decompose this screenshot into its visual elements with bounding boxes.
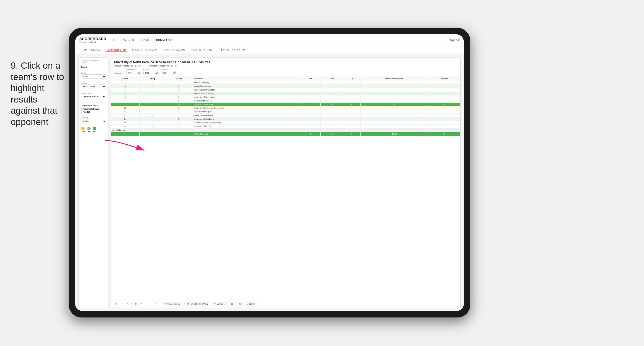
cell-diff <box>360 125 428 128</box>
back-button[interactable]: ↶ <box>126 302 129 306</box>
cell-win <box>301 95 320 99</box>
cell-reg: - <box>140 110 165 114</box>
cell-opponent: Vanderbilt University <box>193 84 301 88</box>
nav-tournaments[interactable]: TOURNAMENTS <box>113 37 134 43</box>
table-row[interactable]: 15-4Georgia Institute of Technology <box>111 121 460 125</box>
legend-down: Down <box>81 127 85 133</box>
paste-button[interactable]: ⊟ <box>140 302 143 306</box>
cell-conf: 5 <box>165 103 193 106</box>
grid-button[interactable]: ⊞ <box>237 302 243 306</box>
top-100-label: Top 100 <box>83 111 90 113</box>
last-updated: Last Updated: 27/03/2024 16:55:38 <box>81 60 106 64</box>
more-button[interactable]: ··· <box>146 302 149 306</box>
cell-reg: - <box>140 106 165 110</box>
cell-diff <box>360 92 428 95</box>
conference-select[interactable]: (All) <box>126 71 141 75</box>
opponents-played-option[interactable]: Opponents Played <box>81 108 106 110</box>
cell-reg: - <box>140 95 165 99</box>
table-row[interactable]: --3University of Arizona <box>111 99 460 103</box>
opponent-select[interactable]: (All) <box>160 71 176 75</box>
sign-out-link[interactable]: Sign out <box>450 39 460 42</box>
cell-win <box>301 84 320 88</box>
nav-committee[interactable]: COMMITTEE <box>156 37 173 43</box>
watch-button[interactable]: 👁 Watch ▾ <box>212 302 227 306</box>
copy-button[interactable]: ⊞ <box>134 302 138 306</box>
opponent-view-label: Opponent View <box>81 104 106 107</box>
region-select[interactable]: (All) <box>144 71 158 75</box>
sub-nav-player-summary[interactable]: PLAYER SUMMARY <box>162 48 186 52</box>
cell-diff: 2.61 <box>360 103 428 106</box>
redo-button[interactable]: ↪ <box>120 302 124 306</box>
top-100-radio[interactable] <box>81 111 82 113</box>
legend-up-label: Up <box>93 131 95 133</box>
cell-tie <box>343 81 360 84</box>
cell-rank: 12 <box>111 110 140 114</box>
cell-loss: 0 <box>320 103 343 106</box>
table-row[interactable]: 14-2University of Oklahoma <box>111 117 460 121</box>
cell-tie <box>343 92 360 95</box>
cell-rounds <box>428 81 460 84</box>
gender-select[interactable]: Men's <box>81 74 106 79</box>
cell-conf: 3 <box>165 110 193 114</box>
sub-nav-team-summary[interactable]: TEAM SUMMARY <box>80 48 101 52</box>
table-row[interactable]: 3-2Vanderbilt University <box>111 84 460 88</box>
division-select[interactable]: NCAA Division I <box>81 84 106 89</box>
cell-loss <box>320 84 343 88</box>
ood-win: 1 <box>301 132 320 136</box>
view-label: View: Original <box>167 303 180 305</box>
conference-filter: Conference (All) <box>126 69 141 75</box>
cell-tie <box>343 95 360 99</box>
cell-rank: 16 <box>111 125 140 128</box>
instruction-body: Click on a team's row to highlight resul… <box>11 60 64 127</box>
cell-win <box>301 106 320 110</box>
share-button[interactable]: ↗ Share <box>245 302 257 306</box>
left-panel: Last Updated: 27/03/2024 16:55:38 Team G… <box>78 57 108 308</box>
ood-rounds: 3 <box>428 132 460 136</box>
table-row[interactable]: 12-3University of Virginia <box>111 110 460 114</box>
save-custom-view-button[interactable]: 💾 Save Custom View <box>184 302 210 306</box>
cell-conf: 1 <box>165 114 193 117</box>
school-select[interactable]: University of Nort... <box>81 95 106 99</box>
cell-tie: 0 <box>343 103 360 106</box>
legend-level-dot <box>87 127 90 130</box>
table-row[interactable]: --5University of Alabama3002.618 <box>111 103 460 106</box>
clock-button[interactable]: ⏱ <box>154 302 158 306</box>
cell-rounds <box>428 121 460 125</box>
nav-teams[interactable]: TEAMS <box>140 37 150 43</box>
cell-loss <box>320 99 343 103</box>
right-panel: University of North Carolina Head-to-Hea… <box>110 57 460 308</box>
h2h-grid-table: # Rank # Reg # Conf Opponent Win Loss Ti… <box>111 77 460 136</box>
undo-button[interactable]: ↩ <box>114 302 118 306</box>
sub-nav-player-h2h-heatmap[interactable]: PLAYER H2H HEATMAP <box>218 48 248 52</box>
opponents-played-radio[interactable] <box>81 108 82 110</box>
table-row[interactable]: 11-6University of Arkansas, Fayetteville <box>111 106 460 110</box>
table-row[interactable]: 4-1Arizona State University <box>111 88 460 92</box>
cell-opponent: Texas Tech University <box>193 114 301 117</box>
cell-diff <box>360 110 428 114</box>
cell-tie <box>343 125 360 128</box>
cell-opponent: Auburn University <box>193 81 301 84</box>
sub-nav-team-h2h-heatmap[interactable]: TEAM H2H HEATMAP <box>131 48 158 52</box>
cell-reg: - <box>140 121 165 125</box>
colour-by-select[interactable]: Win/loss <box>81 119 106 123</box>
opponent-filter: Opponent (All) <box>160 69 176 75</box>
table-row[interactable]: 6-2Florida State University <box>111 92 460 95</box>
cell-tie <box>343 121 360 125</box>
table-row[interactable]: 13-1Texas Tech University <box>111 114 460 117</box>
screen-button[interactable]: 🖥 <box>229 302 235 306</box>
ood-diff: 26.00 <box>360 132 428 136</box>
last-updated-label: Last Updated: 27/03/2024 <box>81 60 106 62</box>
view-original-button[interactable]: 👁 View: Original <box>162 302 182 306</box>
logo-scoreboard: SCOREBOARD <box>80 37 106 41</box>
opponents-played-label: Opponents Played <box>83 108 99 110</box>
table-row[interactable]: 2-1Auburn University <box>111 81 460 84</box>
top-100-option[interactable]: Top 100 <box>81 111 106 113</box>
out-of-division-row[interactable]: NCAA Division II10026.003 <box>111 132 460 136</box>
table-row[interactable]: 16-3University of Florida <box>111 125 460 128</box>
filter-row: Opponents: Conference (All) Region (All) <box>114 69 457 75</box>
sub-nav-player-h2h-grid[interactable]: PLAYER H2H GRID <box>191 48 214 52</box>
sub-nav-team-h2h-grid[interactable]: TEAM H2H GRID <box>106 48 127 52</box>
table-row[interactable]: 8-2University of Washington <box>111 95 460 99</box>
ood-division: NCAA Division II <box>193 132 301 136</box>
instruction-text: 9. Click on a team's row to highlight re… <box>11 60 69 128</box>
